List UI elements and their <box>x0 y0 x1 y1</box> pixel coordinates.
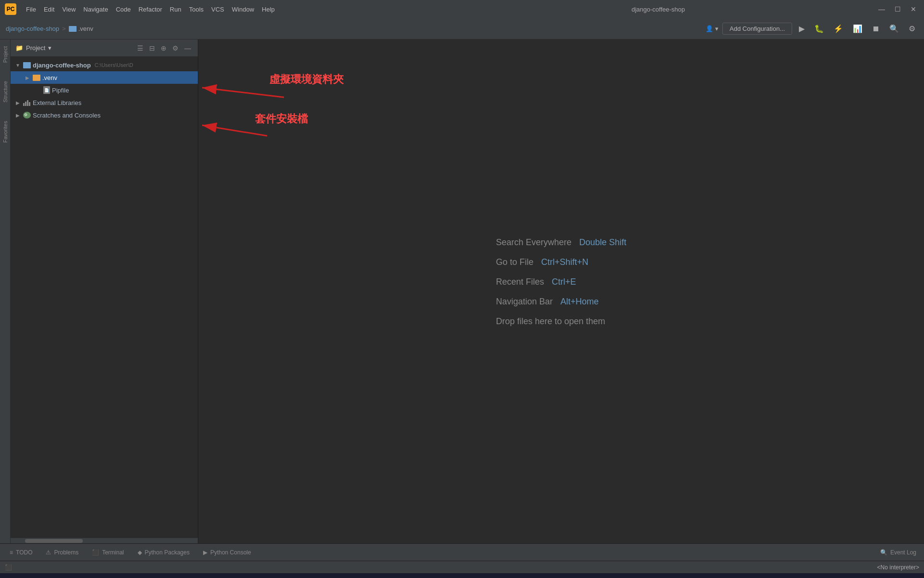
tab-terminal-label: Terminal <box>102 549 124 556</box>
sidebar-tab-structure[interactable]: Structure <box>1 79 9 105</box>
app-logo: PC <box>5 3 16 15</box>
profile-run-button[interactable]: 📊 <box>850 22 865 35</box>
tree-item-scratches[interactable]: ▶ Scratches and Consoles <box>11 109 198 121</box>
panel-action-list[interactable]: ☰ <box>135 43 145 53</box>
breadcrumb-separator: > <box>62 25 66 32</box>
minimize-button[interactable]: — <box>875 4 888 14</box>
ext-libraries-icon <box>23 99 31 106</box>
expand-arrow-extlibs: ▶ <box>14 100 21 105</box>
menu-bar: File Edit View Navigate Code Refactor Ru… <box>26 6 441 13</box>
file-tree: ▼ django-coffee-shop C:\Users\User\D ▶ .… <box>11 57 198 538</box>
menu-edit[interactable]: Edit <box>44 6 54 13</box>
stop-button[interactable]: ⏹ <box>869 23 883 35</box>
interpreter-status[interactable]: <No interpreter> <box>877 564 919 571</box>
panel-dropdown-arrow[interactable]: ▾ <box>48 44 51 52</box>
folder-icon-venv <box>33 75 40 81</box>
hint-shortcut-search: Double Shift <box>579 237 627 248</box>
tab-python-packages[interactable]: ◆ Python Packages <box>132 547 195 558</box>
panel-action-expand[interactable]: ⊕ <box>159 43 168 53</box>
settings-button[interactable]: ⚙ <box>906 22 918 35</box>
panel-header: 📁 Project ▾ ☰ ⊟ ⊕ ⚙ — <box>11 39 198 57</box>
windows-taskbar: 🔍 📁 PC 🖧 🔊 中 上午 01:09 2021/04/23 💬 <box>0 573 924 578</box>
panel-actions: ☰ ⊟ ⊕ ⚙ — <box>135 43 193 53</box>
expand-arrow-venv: ▶ <box>24 75 31 80</box>
taskbar-pycharm-button[interactable]: PC <box>74 576 95 578</box>
main-layout: Project Structure Favorites 📁 Project ▾ … <box>0 39 924 543</box>
hint-label-navbar: Navigation Bar <box>496 297 552 307</box>
menu-file[interactable]: File <box>26 6 36 13</box>
breadcrumb-project[interactable]: django-coffee-shop <box>6 25 59 32</box>
coverage-button[interactable]: ⚡ <box>831 22 846 35</box>
menu-run[interactable]: Run <box>170 6 181 13</box>
statusbar-left: ⬛ <box>5 564 12 571</box>
tree-item-pipfile[interactable]: 📄 Pipfile <box>11 84 198 96</box>
tab-problems-label: Problems <box>54 549 78 556</box>
tree-item-extlibs[interactable]: ▶ External Libraries <box>11 96 198 109</box>
sidebar-tab-project[interactable]: Project <box>1 44 9 65</box>
run-button[interactable]: ▶ <box>796 22 808 35</box>
panel-action-hide[interactable]: — <box>182 43 193 53</box>
status-panel-icon[interactable]: ⬛ <box>5 564 12 571</box>
tab-python-console-label: Python Console <box>210 549 251 556</box>
main-toolbar: django-coffee-shop > .venv 👤 ▾ Add Confi… <box>0 18 924 39</box>
scrollbar-area[interactable] <box>11 538 198 543</box>
menu-code[interactable]: Code <box>116 6 131 13</box>
add-configuration-button[interactable]: Add Configuration... <box>722 23 792 35</box>
tree-item-root[interactable]: ▼ django-coffee-shop C:\Users\User\D <box>11 59 198 71</box>
tree-item-venv[interactable]: ▶ .venv <box>11 71 198 84</box>
tab-todo-label: TODO <box>16 549 32 556</box>
panel-action-gear[interactable]: ⚙ <box>170 43 180 53</box>
menu-navigate[interactable]: Navigate <box>83 6 108 13</box>
scratches-icon <box>23 112 31 118</box>
hint-shortcut-navbar: Alt+Home <box>561 297 599 307</box>
main-content-area: Search Everywhere Double Shift Go to Fil… <box>198 39 924 543</box>
menu-view[interactable]: View <box>62 6 76 13</box>
tab-python-console[interactable]: ▶ Python Console <box>197 547 257 558</box>
expand-arrow-scratches: ▶ <box>14 113 21 118</box>
menu-tools[interactable]: Tools <box>189 6 204 13</box>
hint-row-recent: Recent Files Ctrl+E <box>496 277 626 287</box>
menu-vcs[interactable]: VCS <box>211 6 224 13</box>
tab-python-packages-icon: ◆ <box>138 549 142 556</box>
profile-dropdown-icon: ▾ <box>715 25 719 32</box>
taskbar-files-button[interactable]: 📁 <box>51 576 72 578</box>
breadcrumb: django-coffee-shop > .venv <box>6 25 702 32</box>
statusbar-right: <No interpreter> <box>877 564 919 571</box>
window-title: django-coffee-shop <box>451 6 866 13</box>
maximize-button[interactable]: ☐ <box>892 4 904 14</box>
tree-label-root: django-coffee-shop <box>33 62 91 69</box>
toolbar-right: 👤 ▾ Add Configuration... ▶ 🐛 ⚡ 📊 ⏹ 🔍 ⚙ <box>706 22 918 35</box>
hint-shortcut-goto: Ctrl+Shift+N <box>541 257 588 267</box>
project-panel: 📁 Project ▾ ☰ ⊟ ⊕ ⚙ — ▼ django-coffee-sh… <box>11 39 198 543</box>
event-log-button[interactable]: 🔍 Event Log <box>876 547 920 558</box>
tree-label-pipfile: Pipfile <box>52 87 69 94</box>
tab-todo[interactable]: ≡ TODO <box>4 547 38 558</box>
start-button[interactable] <box>4 576 25 578</box>
expand-arrow-root: ▼ <box>14 63 21 68</box>
panel-title: 📁 Project ▾ <box>15 44 131 52</box>
hint-label-drop: Drop files here to open them <box>496 316 605 327</box>
profile-button[interactable]: 👤 ▾ <box>706 25 719 32</box>
profile-icon: 👤 <box>706 25 713 32</box>
folder-icon-small: 📁 <box>15 44 23 52</box>
event-log-icon: 🔍 <box>880 549 887 556</box>
hint-shortcut-recent: Ctrl+E <box>552 277 576 287</box>
folder-icon-root <box>23 62 31 68</box>
menu-window[interactable]: Window <box>232 6 254 13</box>
title-bar: PC File Edit View Navigate Code Refactor… <box>0 0 924 18</box>
search-button[interactable]: 🔍 <box>886 22 902 35</box>
tab-problems[interactable]: ⚠ Problems <box>40 547 84 558</box>
tab-python-packages-label: Python Packages <box>145 549 190 556</box>
panel-action-collapse[interactable]: ⊟ <box>147 43 157 53</box>
close-button[interactable]: ✕ <box>908 4 919 14</box>
tab-terminal[interactable]: ⬛ Terminal <box>86 547 129 558</box>
debug-button[interactable]: 🐛 <box>811 22 827 35</box>
hint-label-recent: Recent Files <box>496 277 544 287</box>
scrollbar-thumb[interactable] <box>25 539 83 543</box>
sidebar-tab-favorites[interactable]: Favorites <box>1 119 9 144</box>
tree-path-root: C:\Users\User\D <box>95 62 133 68</box>
menu-refactor[interactable]: Refactor <box>139 6 162 13</box>
menu-help[interactable]: Help <box>262 6 275 13</box>
breadcrumb-folder[interactable]: .venv <box>69 25 93 32</box>
tab-todo-icon: ≡ <box>10 549 13 556</box>
